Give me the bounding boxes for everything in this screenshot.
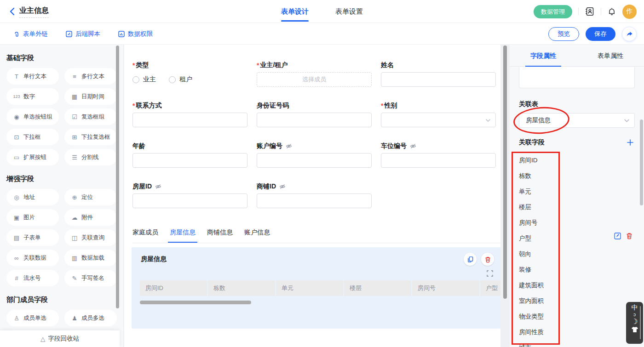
contact-input[interactable]	[132, 113, 247, 127]
locate-icon: ⊕	[71, 194, 78, 201]
gender-select[interactable]	[381, 113, 496, 127]
field-item-number[interactable]: 123数字	[6, 88, 59, 105]
add-related-field-button[interactable]	[627, 139, 634, 146]
ime-width-toggle-icon[interactable]: ɔ	[633, 312, 636, 317]
field-item-subform[interactable]: ▤子表单	[6, 229, 59, 246]
radio-owner[interactable]: 业主	[132, 75, 156, 84]
notification-bell-icon[interactable]	[607, 7, 616, 16]
field-contact[interactable]: 联系方式	[132, 102, 247, 127]
field-gender[interactable]: 性别	[381, 102, 496, 127]
delete-field-button[interactable]	[626, 232, 633, 240]
member-picker[interactable]: 选择成员	[257, 72, 372, 87]
data-manage-button[interactable]: 数据管理	[534, 5, 572, 18]
tab-family-members[interactable]: 家庭成员	[132, 228, 158, 243]
delete-button[interactable]	[481, 253, 494, 266]
edit-field-button[interactable]	[614, 232, 621, 240]
contact-book-icon[interactable]	[585, 6, 595, 17]
canvas-scrollbar[interactable]	[503, 46, 507, 299]
house-id-input[interactable]	[132, 193, 247, 208]
id-card-input[interactable]	[257, 113, 372, 127]
share-button[interactable]	[622, 27, 637, 41]
related-field-item[interactable]: 楼层	[519, 199, 644, 215]
properties-tabs: 字段属性 表单属性	[510, 45, 644, 67]
field-item-member-single[interactable]: ♙成员单选	[6, 310, 59, 326]
field-id-card[interactable]: 身份证号码	[257, 102, 372, 127]
related-field-item[interactable]: 朝向	[519, 246, 644, 262]
related-field-item[interactable]: 城市	[519, 340, 644, 347]
house-info-subtable[interactable]: 房屋信息 房间ID 栋数 单元 楼层 房间号 户型	[132, 247, 500, 329]
tab-shop-info[interactable]: 商铺信息	[207, 228, 233, 243]
shop-id-input[interactable]	[257, 193, 372, 208]
name-input[interactable]	[381, 72, 496, 87]
age-input[interactable]	[132, 153, 247, 168]
related-field-item[interactable]: 室内面积	[519, 293, 644, 309]
tab-house-info[interactable]: 房屋信息	[170, 228, 196, 243]
preview-button[interactable]: 预览	[548, 27, 579, 41]
save-button[interactable]: 保存	[586, 27, 615, 41]
data-permission-link[interactable]: 数据权限	[118, 30, 153, 38]
related-field-item[interactable]: 房间性质	[519, 324, 644, 340]
field-item-member-multi[interactable]: ♟成员多选	[64, 310, 117, 326]
account-no-input[interactable]	[257, 153, 372, 168]
field-library-sidebar: 基础字段 T单行文本 ≡多行文本 123数字 ▦日期时间 ◉单选按钮组 ☑复选框…	[0, 45, 123, 347]
field-item-related-data[interactable]: ∞关联数据	[6, 250, 59, 266]
tab-account-info[interactable]: 账户信息	[244, 228, 270, 243]
copy-button[interactable]	[464, 253, 477, 266]
field-item-extend-button[interactable]: ▭扩展按钮	[6, 149, 59, 165]
related-field-item[interactable]: 房间ID	[519, 153, 644, 168]
tab-field-properties[interactable]: 字段属性	[510, 45, 577, 66]
field-item-signature[interactable]: ✎手写签名	[64, 270, 117, 286]
field-item-data-load[interactable]: ▥数据加载	[64, 250, 117, 266]
radio-circle-icon	[169, 76, 176, 83]
input-method-widget[interactable]: 中 ɔ ☽	[626, 302, 643, 344]
field-type[interactable]: 类型 业主 租户	[132, 61, 247, 87]
related-table-select[interactable]: 房屋信息	[519, 113, 635, 128]
field-item-divider-line[interactable]: ☰分割线	[64, 149, 117, 165]
expand-icon[interactable]	[487, 270, 493, 277]
field-name[interactable]: 姓名	[381, 61, 496, 87]
subform-tabs: 家庭成员 房屋信息 商铺信息 账户信息	[132, 228, 500, 243]
related-field-item[interactable]: 单元	[519, 184, 644, 199]
field-item-single-line-text[interactable]: T单行文本	[6, 68, 59, 85]
field-owner-tenant[interactable]: 业主/租户 选择成员	[257, 61, 372, 87]
related-field-item[interactable]: 装修	[519, 262, 644, 278]
sidebar-scrollbar[interactable]	[116, 46, 119, 308]
tab-form-design[interactable]: 表单设计	[281, 0, 309, 23]
field-item-location[interactable]: ⊕定位	[64, 189, 117, 205]
avatar[interactable]: 作	[622, 5, 637, 19]
people-icon: ♟	[71, 315, 78, 322]
ime-moon-icon[interactable]: ☽	[631, 318, 638, 326]
tab-form-settings[interactable]: 表单设置	[335, 0, 363, 23]
related-field-item[interactable]: 栋数	[519, 168, 644, 184]
related-field-item[interactable]: 物业类型	[519, 309, 644, 324]
window-scrollbar[interactable]	[640, 119, 643, 205]
field-age[interactable]: 年龄	[132, 142, 247, 168]
property-input-partial[interactable]	[519, 67, 635, 88]
field-shop-id[interactable]: 商铺ID	[257, 182, 372, 208]
tab-form-properties[interactable]: 表单属性	[577, 45, 644, 66]
field-item-multi-line-text[interactable]: ≡多行文本	[64, 68, 117, 85]
ime-skin-icon[interactable]	[631, 326, 638, 333]
field-item-multi-dropdown[interactable]: ⊞下拉复选框	[64, 129, 117, 145]
field-item-attachment[interactable]: ☁附件	[64, 209, 117, 226]
field-parking-no[interactable]: 车位编号	[381, 142, 496, 168]
subtable-horizontal-scrollbar[interactable]	[140, 301, 251, 304]
backend-script-link[interactable]: 后端脚本	[65, 30, 100, 38]
field-account-no[interactable]: 账户编号	[257, 142, 372, 168]
related-field-item[interactable]: 建筑面积	[519, 278, 644, 293]
parking-no-input[interactable]	[381, 153, 496, 168]
field-item-dropdown[interactable]: ⊡下拉框	[6, 129, 59, 145]
field-item-datetime[interactable]: ▦日期时间	[64, 88, 117, 105]
field-item-related-query[interactable]: ◫关联查询	[64, 229, 117, 246]
field-item-checkbox-group[interactable]: ☑复选框组	[64, 108, 117, 125]
field-item-radio-group[interactable]: ◉单选按钮组	[6, 108, 59, 125]
field-item-serial-number[interactable]: #流水号	[6, 270, 59, 286]
form-external-link[interactable]: 表单外链	[13, 30, 48, 38]
ime-language-indicator[interactable]: 中	[632, 304, 638, 312]
field-house-id[interactable]: 房屋ID	[132, 182, 247, 208]
related-field-item[interactable]: 房间号	[519, 215, 644, 231]
field-recycle-bin[interactable]: △ 字段回收站	[0, 330, 120, 347]
field-item-address[interactable]: ◎地址	[6, 189, 59, 205]
field-item-image[interactable]: ▣图片	[6, 209, 59, 226]
radio-tenant[interactable]: 租户	[169, 75, 192, 84]
